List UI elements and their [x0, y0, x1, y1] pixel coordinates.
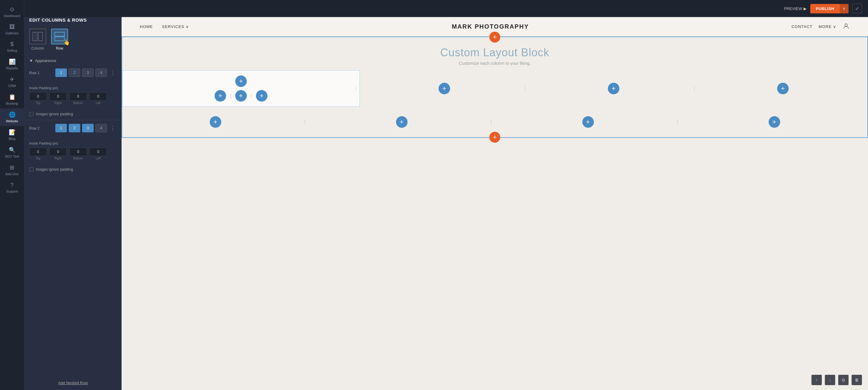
expand-icon: ⤢ [855, 6, 859, 11]
website-nav-right: CONTACT MORE ∨ [792, 23, 850, 31]
duplicate-button[interactable]: ⧉ [838, 375, 848, 385]
nested-drag-handle2: ⋮ [249, 93, 253, 98]
row2-col4-add-btn[interactable]: + [769, 116, 780, 128]
row1-col1-btn[interactable]: 1 [55, 68, 67, 77]
type-row[interactable]: 👆 Row [51, 29, 68, 51]
nav-more[interactable]: MORE ∨ [818, 24, 836, 29]
row2-right-input[interactable] [49, 147, 67, 156]
down-arrow-icon: ↓ [829, 378, 831, 382]
seo-icon: 🔍 [9, 147, 16, 153]
row1-left-input[interactable] [89, 92, 107, 101]
row1-right-input[interactable] [49, 92, 67, 101]
row1-images-padding-checkbox[interactable] [29, 112, 33, 116]
appearance-label: Appearence [35, 58, 56, 63]
svg-rect-1 [38, 32, 42, 41]
row2-col2-add-btn[interactable]: + [396, 116, 408, 128]
preview-button[interactable]: PREVIEW ▶ [784, 6, 807, 11]
row1-label: Row 1 [29, 71, 39, 75]
row2-col2-btn[interactable]: 2 [69, 124, 80, 132]
chevron-down-icon: ∨ [833, 24, 836, 29]
sidebar-item-crm[interactable]: ✈ CRM [0, 73, 24, 91]
col1-nested-add3-btn[interactable]: + [256, 90, 268, 102]
col3-cell[interactable]: + ⋮ [529, 70, 698, 107]
sidebar-item-galleries[interactable]: 🖼 Galleries [0, 21, 24, 38]
nested-drag-handle1: ⋮ [228, 93, 233, 98]
row2-col1-add-btn[interactable]: + [210, 116, 221, 128]
move-up-button[interactable]: ↑ [811, 375, 822, 385]
row2-more-btn[interactable]: ⋮ [109, 125, 117, 132]
nav-home[interactable]: HOME [140, 24, 153, 29]
row2-images-padding-checkbox[interactable] [29, 167, 33, 172]
col1-nested-add2-btn[interactable]: + [235, 90, 247, 102]
sidebar-item-label: Support [6, 190, 18, 193]
sidebar-item-reports[interactable]: 📊 Reports [0, 55, 24, 73]
type-column[interactable]: Column [29, 29, 46, 51]
row1-bottom-input[interactable] [69, 92, 87, 101]
sidebar-item-support[interactable]: ? Support [0, 179, 24, 196]
dashboard-icon: ⊙ [10, 6, 14, 13]
canvas-area: HOME SERVICES ∨ MARK PHOTOGRAPHY CONTACT… [122, 17, 868, 390]
row2-col3-add-btn[interactable]: + [582, 116, 594, 128]
row1-more-btn[interactable]: ⋮ [109, 69, 117, 76]
row2-col1-cell[interactable]: + ⋮ [122, 107, 308, 137]
row2-col2-cell[interactable]: + ⋮ [308, 107, 495, 137]
delete-button[interactable]: 🗑 [851, 375, 862, 385]
nav-contact[interactable]: CONTACT [792, 24, 812, 29]
add-section-top-button[interactable]: + [489, 32, 500, 43]
col4-cell[interactable]: + [698, 70, 867, 107]
expand-button[interactable]: ⤢ [852, 4, 862, 13]
publish-dropdown-button[interactable]: ∨ [840, 4, 848, 13]
move-down-button[interactable]: ↓ [825, 375, 835, 385]
appearance-section-header[interactable]: ▼ Appearence [24, 55, 122, 66]
col3-add-btn[interactable]: + [608, 83, 619, 94]
sidebar-item-website[interactable]: 🌐 Website [0, 108, 24, 126]
block-title: Custom Layout Block [128, 46, 861, 59]
sidebar-item-label: Booking [6, 102, 18, 105]
sidebar-item-seo[interactable]: 🔍 SEO Tool [0, 144, 24, 161]
row2-bottom-input[interactable] [69, 147, 87, 156]
crm-icon: ✈ [10, 76, 14, 83]
website-icon: 🌐 [9, 111, 16, 118]
row2-col3-btn[interactable]: 3 [82, 124, 94, 132]
publish-button[interactable]: PUBLISH [810, 4, 840, 13]
row1-col4-btn[interactable]: 4 [95, 68, 107, 77]
trash-icon: 🗑 [855, 378, 859, 382]
add-section-bottom-button[interactable]: + [489, 132, 500, 143]
col4-add-btn[interactable]: + [777, 83, 789, 94]
row1-top-input[interactable] [29, 92, 47, 101]
svg-rect-3 [55, 32, 64, 36]
sidebar-item-label: Blog [8, 137, 15, 141]
website-brand: MARK PHOTOGRAPHY [452, 23, 529, 30]
row1-col2-btn[interactable]: 2 [69, 68, 80, 77]
row1-padding: Inside Padding (px) Top Right Bottom Lef… [24, 85, 122, 110]
add-bottom: + [489, 132, 500, 143]
col1-cell[interactable]: + + ⋮ + ⋮ + ⋮ [122, 70, 360, 107]
sidebar-item-selling[interactable]: $ Selling [0, 38, 24, 55]
sidebar-item-addons[interactable]: ⊞ Add-Ons [0, 161, 24, 179]
edit-panel: ← Back EDIT COLUMNS & ROWS Column [24, 0, 122, 390]
row1-left-label: Left [96, 101, 101, 105]
row2-top-input[interactable] [29, 147, 47, 156]
col1-add-top-btn[interactable]: + [235, 76, 247, 87]
row2-left-input[interactable] [89, 147, 107, 156]
row2-col4-btn[interactable]: 4 [95, 124, 107, 132]
row2-col4-cell[interactable]: + [681, 107, 867, 137]
sidebar-item-blog[interactable]: 📝 Blog [0, 126, 24, 144]
col3-drag-handle: ⋮ [692, 86, 697, 91]
sidebar-item-label: Reports [6, 66, 18, 70]
layout-block: + Custom Layout Block Customize each col… [122, 36, 868, 138]
row2-col3-cell[interactable]: + ⋮ [495, 107, 681, 137]
col2-cell[interactable]: + ⋮ [360, 70, 529, 107]
user-icon[interactable] [842, 23, 850, 31]
add-nested-row-button[interactable]: Add Nested Row [24, 376, 122, 390]
col1-nested-add1-btn[interactable]: + [215, 90, 226, 102]
row2-col1-btn[interactable]: 1 [55, 124, 67, 132]
bottom-actions: ↑ ↓ ⧉ 🗑 [811, 375, 862, 385]
sidebar-item-booking[interactable]: 📋 Booking [0, 91, 24, 108]
sidebar-item-dashboard[interactable]: ⊙ Dashboard [0, 3, 24, 21]
col2-add-btn[interactable]: + [439, 83, 450, 94]
blog-icon: 📝 [9, 129, 16, 136]
row1-col3-btn[interactable]: 3 [82, 68, 94, 77]
divider [24, 120, 122, 120]
nav-services[interactable]: SERVICES ∨ [162, 24, 189, 29]
